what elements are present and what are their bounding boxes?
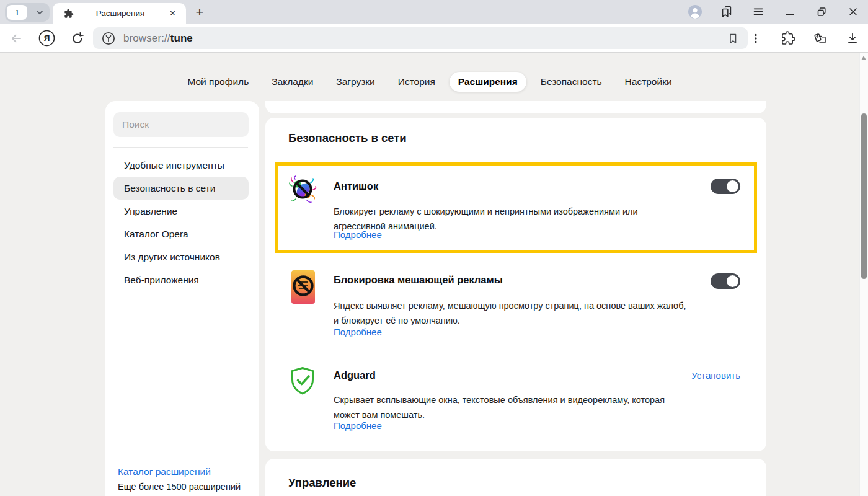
chevron-down-icon (35, 8, 44, 17)
browser-menu-button[interactable] (751, 4, 766, 20)
scroll-up-arrow[interactable] (861, 56, 866, 60)
collections-toolbar-button[interactable] (812, 30, 828, 46)
url-scheme: browser:// (123, 32, 170, 44)
new-tab-button[interactable]: + (190, 2, 210, 22)
extension-description: Скрывает всплывающие окна, текстовые объ… (334, 392, 692, 422)
arrow-left-icon (9, 31, 24, 46)
section-title-management: Управление (288, 476, 356, 490)
extension-description: Блокирует рекламу с шокирующими и неприя… (334, 204, 684, 234)
extension-row-antishock-highlight: Антишок Блокирует рекламу с шокирующими … (275, 162, 757, 253)
extensions-sidebar: Удобные инструменты Безопасность в сети … (105, 101, 259, 496)
tab-strip: 1 Расширения ✕ + (0, 0, 868, 24)
url-text[interactable]: browser://tune (123, 32, 193, 45)
web-security-card: Безопасность в сети (265, 118, 766, 451)
sidebar-divider (113, 147, 248, 148)
svg-text:Я: Я (44, 33, 50, 43)
hamburger-icon (752, 6, 764, 18)
extension-name: Антишок (334, 180, 378, 192)
management-card: Управление (265, 459, 766, 496)
bookmark-page-button[interactable] (727, 32, 739, 45)
extensions-toolbar-button[interactable] (780, 30, 796, 46)
minimize-icon (785, 7, 795, 17)
refresh-icon (70, 31, 84, 45)
section-title: Безопасность в сети (288, 131, 407, 145)
blocked-ad-icon (290, 269, 316, 305)
minimize-button[interactable] (782, 4, 797, 20)
extension-name: Adguard (334, 370, 376, 381)
yandex-logo-icon: Я (38, 30, 55, 46)
tab-settings[interactable]: Настройки (616, 72, 681, 92)
tab-count-control[interactable]: 1 (5, 3, 50, 22)
previous-card-sliver (265, 101, 766, 113)
settings-nav-tabs: Мой профиль Закладки Загрузки История Ра… (0, 72, 859, 92)
tab-close-button[interactable]: ✕ (167, 7, 179, 19)
close-window-button[interactable] (846, 4, 861, 20)
sidebar-item-web-apps[interactable]: Веб-приложения (113, 268, 249, 291)
sidebar-item-web-security[interactable]: Безопасность в сети (113, 177, 249, 200)
restore-button[interactable] (814, 4, 829, 20)
three-dots-icon (750, 32, 762, 45)
downloads-toolbar-button[interactable] (844, 30, 861, 46)
puzzle-icon (781, 31, 795, 45)
tab-security[interactable]: Безопасность (532, 72, 611, 92)
extension-name: Блокировка мешающей рекламы (334, 274, 503, 286)
antishock-bug-icon (288, 175, 317, 204)
ad-blocking-toggle[interactable] (711, 273, 740, 289)
details-link[interactable]: Подробнее (334, 229, 382, 240)
address-bar[interactable]: browser://tune (93, 27, 748, 49)
yandex-logo-button[interactable]: Я (38, 30, 55, 46)
extensions-catalog-note: Ещё более 1500 расширений (118, 479, 241, 494)
restore-icon (817, 7, 826, 17)
tab-title: Расширения (74, 9, 167, 18)
back-button[interactable] (9, 31, 24, 46)
tab-count-badge[interactable]: 1 (7, 5, 27, 20)
bookmarks-panel-button[interactable] (719, 4, 734, 20)
search-input[interactable] (113, 112, 249, 137)
profile-avatar[interactable] (688, 4, 702, 20)
browser-tab-extensions[interactable]: Расширения ✕ (53, 3, 186, 24)
overflow-menu-button[interactable] (748, 30, 764, 46)
adguard-shield-icon (288, 366, 317, 397)
install-link[interactable]: Установить (691, 370, 740, 381)
tag-folder-icon (813, 31, 828, 46)
download-icon (846, 32, 859, 45)
sidebar-item-other-sources[interactable]: Из других источников (113, 246, 249, 268)
sidebar-item-management[interactable]: Управление (113, 200, 249, 223)
tune-page: Мой профиль Закладки Загрузки История Ра… (0, 53, 868, 496)
tab-extensions[interactable]: Расширения (450, 72, 526, 92)
details-link[interactable]: Подробнее (334, 420, 382, 431)
tab-downloads[interactable]: Загрузки (327, 72, 383, 92)
refresh-button[interactable] (70, 31, 84, 45)
address-toolbar: Я browser://tune (0, 24, 868, 53)
close-icon (848, 7, 858, 17)
sidebar-item-tools[interactable]: Удобные инструменты (113, 154, 249, 177)
bookmark-icon (727, 32, 739, 45)
tune-page-icon (102, 32, 115, 45)
details-link[interactable]: Подробнее (334, 327, 382, 337)
sidebar-item-opera-catalog[interactable]: Каталог Opera (113, 223, 249, 246)
puzzle-favicon-icon (64, 9, 74, 19)
tab-bookmarks[interactable]: Закладки (263, 72, 322, 92)
bookmarks-icon (720, 5, 733, 19)
antishock-toggle[interactable] (711, 179, 740, 194)
tab-my-profile[interactable]: Мой профиль (179, 72, 257, 92)
extensions-catalog-link[interactable]: Каталог расширений (118, 464, 241, 479)
url-host: tune (170, 32, 193, 44)
scrollbar-thumb[interactable] (861, 113, 867, 279)
extension-description: Яндекс выявляет рекламу, мешающую просмо… (334, 298, 693, 328)
tab-history[interactable]: История (389, 72, 444, 92)
